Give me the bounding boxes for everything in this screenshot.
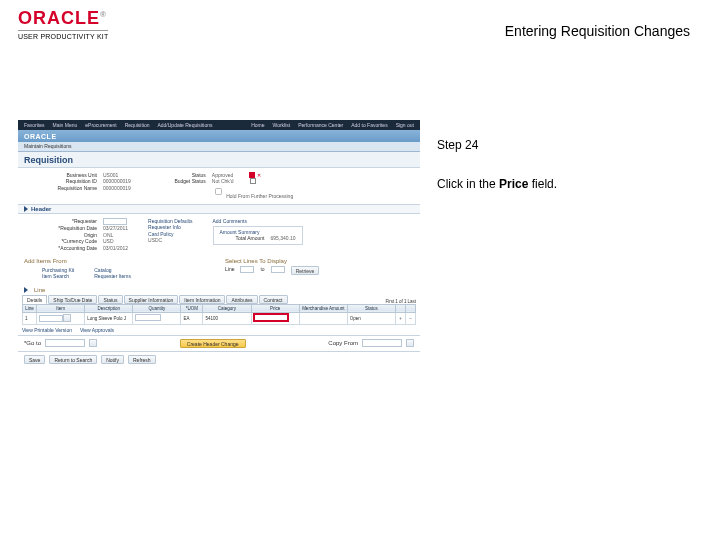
grid-last[interactable]: Last bbox=[407, 299, 416, 304]
link-view-approvals[interactable]: View Approvals bbox=[80, 327, 114, 333]
app-screenshot: Favorites Main Menu eProcurement Requisi… bbox=[18, 120, 420, 400]
link-addfav[interactable]: Add to Favorites bbox=[351, 122, 387, 128]
link-worklist[interactable]: Worklist bbox=[273, 122, 291, 128]
retrieve-button[interactable]: Retrieve bbox=[291, 266, 320, 275]
save-button[interactable]: Save bbox=[24, 355, 45, 364]
goto-select[interactable] bbox=[45, 339, 85, 347]
requisition-lines-grid: Line Item Description Quantity *UOM Cate… bbox=[22, 304, 416, 325]
link-view-printable[interactable]: View Printable Version bbox=[22, 327, 72, 333]
return-button[interactable]: Return to Search bbox=[49, 355, 97, 364]
tab-iteminfo[interactable]: Item Information bbox=[179, 295, 225, 304]
line-section: Line bbox=[24, 287, 420, 293]
tab-attributes[interactable]: Attributes bbox=[226, 295, 257, 304]
header-summary: Business UnitUS001 Requisition ID0000000… bbox=[18, 168, 420, 202]
cancel-icon[interactable]: ✕ bbox=[257, 172, 263, 178]
menu-eprocurement[interactable]: eProcurement bbox=[85, 122, 116, 128]
link-req-info[interactable]: Requester Info bbox=[148, 224, 181, 230]
tab-supplier[interactable]: Supplier Information bbox=[124, 295, 179, 304]
brand-subtitle: USER PRODUCTIVITY KIT bbox=[18, 30, 108, 40]
lesson-title: Entering Requisition Changes bbox=[505, 23, 690, 39]
step-text: Click in the Price field. bbox=[437, 175, 690, 194]
delete-row-icon[interactable]: － bbox=[406, 312, 416, 324]
grid-count: 1 of 1 bbox=[395, 299, 406, 304]
link-perf[interactable]: Performance Center bbox=[298, 122, 343, 128]
link-purchasing-kit[interactable]: Purchasing Kit bbox=[42, 267, 74, 273]
copyfrom-lookup-icon[interactable] bbox=[406, 339, 414, 347]
tab-shipto[interactable]: Ship To/Due Date bbox=[48, 295, 97, 304]
amount-summary-box: Amount Summary Total Amount695,340.10 bbox=[213, 226, 303, 245]
create-header-change-button[interactable]: Create Header Change bbox=[180, 339, 246, 348]
instruction-panel: Step 24 Click in the Price field. bbox=[437, 136, 690, 214]
link-requester-items[interactable]: Requester Items bbox=[94, 273, 131, 279]
menu-addupdate[interactable]: Add/Update Requisitions bbox=[157, 122, 212, 128]
line-from-input[interactable] bbox=[240, 266, 254, 273]
chevron-right-icon bbox=[24, 287, 28, 293]
menu-favorites[interactable]: Favorites bbox=[24, 122, 45, 128]
page-title-bar: Requisition bbox=[18, 152, 420, 168]
select-lines: Select Lines To Display bbox=[225, 258, 420, 264]
header-section-toggle[interactable]: Header bbox=[18, 204, 420, 214]
page-actions: *Go to Create Header Change Copy From bbox=[18, 335, 420, 351]
global-menubar: Favorites Main Menu eProcurement Requisi… bbox=[18, 120, 420, 130]
item-input[interactable] bbox=[39, 315, 63, 322]
requester-input[interactable] bbox=[103, 218, 127, 225]
line-to-input[interactable] bbox=[271, 266, 285, 273]
logo-text: ORACLE bbox=[18, 8, 100, 28]
goto-lookup-icon[interactable] bbox=[89, 339, 97, 347]
notify-button[interactable]: Notify bbox=[101, 355, 124, 364]
add-items-from: Add Items From bbox=[24, 258, 219, 264]
budget-check-icon[interactable] bbox=[250, 178, 256, 184]
status-flag-icon[interactable] bbox=[249, 172, 255, 178]
link-item-search[interactable]: Item Search bbox=[42, 273, 69, 279]
add-row-icon[interactable]: ＋ bbox=[396, 312, 406, 324]
menu-main[interactable]: Main Menu bbox=[53, 122, 78, 128]
page-title: Requisition bbox=[24, 155, 73, 165]
price-input[interactable] bbox=[254, 314, 288, 321]
quantity-input[interactable] bbox=[135, 314, 161, 321]
link-add-comments[interactable]: Add Comments bbox=[213, 218, 247, 224]
lookup-icon[interactable] bbox=[63, 314, 71, 322]
step-label: Step 24 bbox=[437, 136, 690, 155]
tab-status[interactable]: Status bbox=[98, 295, 122, 304]
refresh-button[interactable]: Refresh bbox=[128, 355, 156, 364]
oracle-logo: ORACLE® bbox=[18, 8, 108, 29]
link-home[interactable]: Home bbox=[251, 122, 264, 128]
link-catalog[interactable]: Catalog bbox=[94, 267, 111, 273]
menu-requisition[interactable]: Requisition bbox=[125, 122, 150, 128]
breadcrumb: Maintain Requisitions bbox=[18, 142, 420, 152]
chevron-right-icon bbox=[24, 206, 28, 212]
tab-contract[interactable]: Contract bbox=[259, 295, 288, 304]
link-req-defaults[interactable]: Requisition Defaults bbox=[148, 218, 192, 224]
table-row: 1 Long Sleeve Polo J EA 54100 Open ＋ － bbox=[23, 312, 416, 324]
copyfrom-select[interactable] bbox=[362, 339, 402, 347]
hold-checkbox[interactable] bbox=[215, 188, 222, 195]
oracle-small-logo: ORACLE bbox=[24, 133, 57, 140]
app-header-bar: ORACLE bbox=[18, 130, 420, 142]
link-signout[interactable]: Sign out bbox=[396, 122, 414, 128]
link-card-policy[interactable]: Card Policy bbox=[148, 231, 174, 237]
tab-details[interactable]: Details bbox=[22, 295, 47, 304]
grid-first[interactable]: First bbox=[385, 299, 394, 304]
